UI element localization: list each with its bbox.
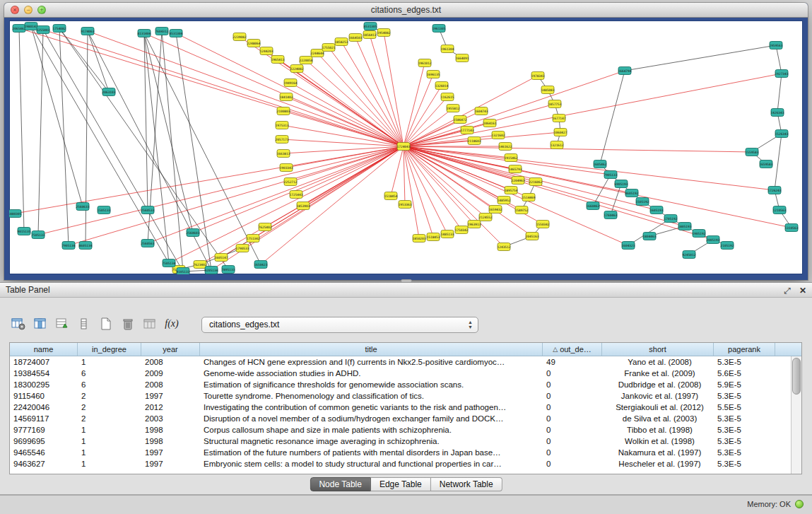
table-selector-dropdown[interactable]: citations_edges.txt ▲▼ xyxy=(201,317,478,333)
graph-edge[interactable] xyxy=(404,63,425,146)
graph-edge[interactable] xyxy=(404,146,775,190)
graph-node[interactable]: 2204963 xyxy=(512,177,525,185)
network-canvas[interactable]: 1724043222408219491641841402210080319753… xyxy=(9,21,803,274)
graph-edge[interactable] xyxy=(43,30,183,271)
graph-edge[interactable] xyxy=(404,146,752,152)
graph-edge[interactable] xyxy=(404,132,560,146)
table-row[interactable]: 946554611997Estimation of the future num… xyxy=(10,447,801,458)
graph-node[interactable]: 7505134 xyxy=(163,259,176,267)
graph-node[interactable]: 2560633 xyxy=(76,203,90,211)
graph-node[interactable]: 1751342 xyxy=(247,235,260,243)
graph-edge[interactable] xyxy=(370,35,404,146)
graph-node[interactable]: 1604323 xyxy=(622,242,635,250)
graph-edge[interactable] xyxy=(306,60,404,146)
graph-node[interactable]: 2105192 xyxy=(721,242,734,250)
graph-node[interactable]: 1664794 xyxy=(618,67,632,75)
graph-node[interactable]: 2255003 xyxy=(37,26,50,34)
graph-node[interactable]: 1750342 xyxy=(455,226,469,234)
graph-node[interactable]: 1857753 xyxy=(548,100,562,108)
graph-edge[interactable] xyxy=(162,31,183,271)
column-header-pagerank[interactable]: pagerank xyxy=(714,343,775,356)
graph-node[interactable]: 8531304 xyxy=(170,30,183,37)
graph-node[interactable]: 8605192 xyxy=(625,189,639,197)
graph-node[interactable]: 1677147 xyxy=(553,115,566,122)
tab-network-table[interactable]: Network Table xyxy=(431,477,502,491)
graph-node[interactable]: 1790533 xyxy=(236,245,249,252)
graph-node[interactable]: 1754082 xyxy=(53,25,66,33)
table-row[interactable]: 1456911722003Disruption of a novel membe… xyxy=(10,413,801,424)
graph-edge[interactable] xyxy=(404,146,447,234)
graph-node[interactable]: 1514469 xyxy=(522,194,536,201)
graph-node[interactable]: 7505133 xyxy=(32,231,45,239)
table-row[interactable]: 1872400712008Changes of HCN gene express… xyxy=(10,356,801,368)
graph-node[interactable]: 1777143 xyxy=(461,127,474,134)
graph-edge[interactable] xyxy=(88,31,404,146)
graph-node[interactable]: 2057173 xyxy=(276,136,289,144)
function-builder-button[interactable]: f(x) xyxy=(162,315,182,333)
graph-edge[interactable] xyxy=(176,33,404,146)
graph-edge[interactable] xyxy=(404,76,538,146)
graph-edge[interactable] xyxy=(19,28,404,146)
graph-node[interactable]: 1461622 xyxy=(499,143,512,151)
import-table-button[interactable] xyxy=(140,315,160,333)
graph-node[interactable]: 1505133 xyxy=(98,206,111,214)
graph-node[interactable]: 8605134 xyxy=(79,242,93,250)
table-row[interactable]: 969969511998Structural magnetic resonanc… xyxy=(10,436,801,447)
graph-edge[interactable] xyxy=(297,69,404,146)
graph-node[interactable]: 1959563 xyxy=(770,42,783,49)
graph-node[interactable]: 1426343 xyxy=(771,109,784,117)
graph-edge[interactable] xyxy=(59,28,109,92)
graph-node[interactable]: 2248064 xyxy=(247,40,261,47)
graph-node[interactable]: 1724043 xyxy=(397,143,411,151)
graph-edge[interactable] xyxy=(144,33,193,233)
table-scrollbar[interactable] xyxy=(791,356,801,474)
graph-node[interactable]: 1975313 xyxy=(276,122,289,129)
graph-edge[interactable] xyxy=(88,31,109,92)
graph-edge[interactable] xyxy=(59,28,228,269)
graph-node[interactable]: 1696135 xyxy=(427,71,440,78)
graph-node[interactable]: 9205134 xyxy=(205,267,218,274)
show-columns-button[interactable] xyxy=(30,315,50,333)
column-header-in_degree[interactable]: in_degree xyxy=(78,343,141,356)
memory-ok-indicator-icon[interactable] xyxy=(795,500,804,508)
create-new-button[interactable] xyxy=(96,315,116,333)
column-header-name[interactable]: name xyxy=(10,343,78,356)
graph-edge[interactable] xyxy=(404,146,685,226)
graph-edge[interactable] xyxy=(38,146,404,235)
graph-node[interactable]: 1210563 xyxy=(773,206,787,214)
graph-node[interactable]: 2045163 xyxy=(526,233,539,240)
graph-node[interactable]: 8131404 xyxy=(138,30,151,37)
graph-node[interactable]: 1550342 xyxy=(536,221,550,228)
graph-node[interactable]: 1705192 xyxy=(664,215,678,223)
table-row[interactable]: 977716911998Corpus callosum shape and si… xyxy=(10,424,801,436)
graph-node[interactable]: 1326014 xyxy=(435,82,449,90)
graph-edge[interactable] xyxy=(776,45,782,74)
graph-node[interactable]: 1915462 xyxy=(505,154,518,162)
graph-node[interactable]: 1310563 xyxy=(785,224,799,232)
graph-node[interactable]: 1660463 xyxy=(587,202,600,210)
graph-edge[interactable] xyxy=(404,146,405,204)
graph-node[interactable]: 1955812 xyxy=(447,105,460,112)
graph-node[interactable]: 1805193 xyxy=(678,223,692,230)
graph-node[interactable]: 1485083 xyxy=(541,86,555,94)
graph-node[interactable]: 2118603 xyxy=(468,137,481,145)
graph-node[interactable]: 1465793 xyxy=(509,165,522,173)
tab-edge-table[interactable]: Edge Table xyxy=(371,477,431,491)
graph-node[interactable]: 1664503 xyxy=(349,34,363,42)
graph-node[interactable]: 2560533 xyxy=(141,206,155,214)
graph-node[interactable]: 1965413 xyxy=(271,56,285,64)
graph-node[interactable]: 1659583 xyxy=(760,160,773,168)
graph-node[interactable]: 1880305 xyxy=(9,210,22,218)
column-header-title[interactable]: title xyxy=(200,343,543,356)
float-panel-icon[interactable]: ⤢ xyxy=(784,286,791,295)
graph-node[interactable]: 1963913 xyxy=(468,221,481,228)
table-row[interactable]: 946362711997Embryonic stem cells: a mode… xyxy=(10,458,801,469)
graph-node[interactable]: 8531305 xyxy=(364,23,377,30)
graph-node[interactable]: 1903343 xyxy=(280,164,293,172)
graph-edge[interactable] xyxy=(775,134,782,190)
graph-edge[interactable] xyxy=(404,146,486,217)
graph-node[interactable]: 1586472 xyxy=(454,116,467,124)
graph-node[interactable]: 7905133 xyxy=(604,171,618,179)
graph-node[interactable]: 1518453 xyxy=(427,233,440,241)
graph-edge[interactable] xyxy=(19,28,24,231)
